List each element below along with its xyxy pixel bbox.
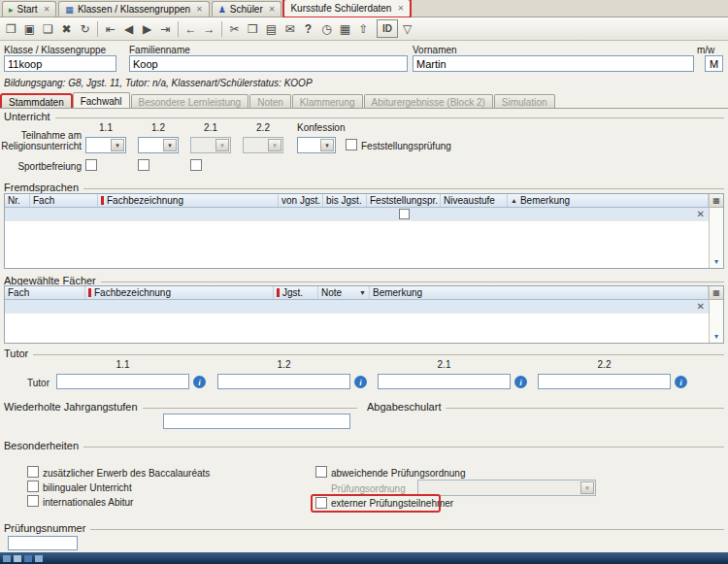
tutor-2-2-input[interactable]: [538, 374, 671, 389]
tutor-1-1-input[interactable]: [56, 374, 189, 389]
info-icon[interactable]: i: [675, 376, 687, 388]
info-icon[interactable]: i: [193, 376, 206, 388]
info-icon[interactable]: i: [514, 376, 527, 388]
sportbefreiung-1-2-checkbox[interactable]: [138, 159, 149, 171]
id-button[interactable]: ID: [377, 19, 398, 38]
vornamen-label: Vornamen: [413, 45, 457, 55]
previous-record-icon[interactable]: ◀: [119, 19, 138, 38]
wiederholte-jahrgangstufen-input[interactable]: [163, 414, 350, 429]
next-record-icon[interactable]: ▶: [138, 19, 156, 38]
sportbefreiung-1-1-checkbox[interactable]: [85, 159, 97, 171]
externer-pruefungsteilnehmer-label: externer Prüfungsteilnehmer: [331, 498, 453, 509]
help-icon[interactable]: ?: [299, 19, 317, 38]
externer-pruefungsteilnehmer-checkbox[interactable]: [315, 497, 327, 509]
tab-abiturergebnisse[interactable]: Abiturergebnisse (Block 2): [364, 94, 493, 109]
religion-1-1-select[interactable]: ▾: [85, 137, 126, 153]
fremdsprachen-row[interactable]: ✕: [5, 208, 709, 221]
fs-col-fachbezeichnung-label: Fachbezeichnung: [107, 195, 183, 206]
grid-menu-icon[interactable]: ▦: [710, 286, 723, 300]
forward-icon[interactable]: →: [200, 19, 218, 38]
feststellungspruefung-checkbox[interactable]: [346, 139, 357, 150]
scroll-down-icon[interactable]: ▾: [711, 255, 722, 267]
klasse-input[interactable]: [4, 55, 116, 72]
tab-start-close-icon[interactable]: ✕: [44, 5, 50, 14]
scroll-down-icon[interactable]: ▾: [711, 330, 722, 342]
vornamen-input[interactable]: [413, 55, 694, 72]
fs-col-fachbezeichnung[interactable]: Fachbezeichnung: [98, 194, 279, 207]
print-icon[interactable]: ▤: [262, 19, 281, 38]
save-icon[interactable]: ▣: [20, 19, 39, 38]
fs-col-fach[interactable]: Fach: [30, 194, 98, 207]
chevron-down-icon: ▾: [215, 139, 229, 151]
info-icon[interactable]: i: [354, 376, 367, 388]
tutor-1-2-input[interactable]: [217, 374, 350, 389]
mw-input[interactable]: [705, 55, 723, 72]
tab-klassen-close-icon[interactable]: ✕: [196, 5, 203, 14]
tab-simulation[interactable]: Simulation: [494, 94, 555, 109]
tab-start[interactable]: ▸ Start ✕: [2, 1, 56, 17]
af-col-bemerkung[interactable]: Bemerkung: [370, 286, 709, 299]
tab-kursstufe-schuelerdaten[interactable]: Kursstufe Schülerdaten ✕: [283, 0, 411, 17]
fs-feststellungspr-checkbox[interactable]: [399, 209, 410, 219]
fremdsprachen-grid-main: Nr. Fach Fachbezeichnung von Jgst. bis J…: [5, 194, 709, 268]
af-col-jgst[interactable]: Jgst.: [274, 286, 318, 299]
filter-icon[interactable]: ▽: [398, 19, 416, 38]
abgewaehlte-grid-scrollbar[interactable]: ▦ ▾: [709, 286, 723, 343]
tab-stammdaten[interactable]: Stammdaten: [1, 94, 72, 109]
row-delete-icon[interactable]: ✕: [697, 301, 705, 312]
religion-1-2-select[interactable]: ▾: [138, 137, 179, 153]
fremdsprachen-grid-scrollbar[interactable]: ▦ ▾: [709, 194, 723, 268]
af-col-fachbezeichnung[interactable]: Fachbezeichnung: [85, 286, 274, 299]
fs-col-bis-jgst[interactable]: bis Jgst.: [323, 194, 367, 207]
calendar-icon[interactable]: ▦: [336, 19, 354, 38]
sportbefreiung-2-1-checkbox[interactable]: [190, 159, 202, 171]
af-col-fach[interactable]: Fach: [5, 286, 85, 299]
wiederholte-title-line: [143, 408, 357, 409]
familienname-input[interactable]: [129, 55, 408, 72]
tab-fachwahl[interactable]: Fachwahl: [73, 92, 130, 109]
internationales-abitur-checkbox[interactable]: [27, 495, 39, 507]
tab-schueler-close-icon[interactable]: ✕: [269, 5, 276, 14]
abweichende-pruefungsordnung-checkbox[interactable]: [315, 466, 327, 478]
new-icon[interactable]: ❐: [2, 19, 20, 38]
tab-kursstufe-close-icon[interactable]: ✕: [397, 4, 404, 13]
refresh-icon[interactable]: ↻: [76, 19, 94, 38]
af-cell-fach: [5, 300, 85, 313]
copy-icon[interactable]: ❏: [39, 19, 57, 38]
tab-klammerung[interactable]: Klammerung: [292, 94, 363, 109]
row-delete-icon[interactable]: ✕: [697, 209, 705, 219]
last-record-icon[interactable]: ⇥: [156, 19, 175, 38]
paste-icon[interactable]: ❒: [244, 19, 262, 38]
mail-icon[interactable]: ✉: [281, 19, 299, 38]
fs-col-von-jgst[interactable]: von Jgst.: [279, 194, 323, 207]
fs-col-niveaustufe[interactable]: Niveaustufe: [441, 194, 508, 207]
cut-icon[interactable]: ✂: [225, 19, 244, 38]
bilingualer-unterricht-checkbox[interactable]: [27, 481, 39, 492]
baccalaureat-checkbox[interactable]: [27, 466, 39, 478]
pruefungsnummer-input[interactable]: [8, 536, 78, 550]
clock-icon[interactable]: ◷: [317, 19, 336, 38]
required-marker: [277, 288, 280, 297]
tab-noten[interactable]: Noten: [249, 94, 291, 109]
export-icon[interactable]: ⇧: [354, 19, 373, 38]
first-record-icon[interactable]: ⇤: [101, 19, 119, 38]
back-icon[interactable]: ←: [182, 19, 200, 38]
fs-col-nr[interactable]: Nr.: [5, 194, 30, 207]
tab-schueler[interactable]: ♟ Schüler ✕: [212, 1, 282, 17]
fs-cell-feststellungspr: [367, 208, 441, 220]
konfession-select[interactable]: ▾: [297, 137, 336, 153]
religion-2-1-select: ▾: [190, 137, 231, 153]
fs-col-feststellungspr[interactable]: Feststellungspr.: [367, 194, 441, 207]
af-cell-fachbezeichnung: [85, 300, 274, 313]
tutor-2-1-input[interactable]: [378, 374, 511, 389]
abgewaehlte-row[interactable]: ✕: [5, 300, 709, 314]
delete-icon[interactable]: ✖: [57, 19, 76, 38]
fs-col-bemerkung[interactable]: ▲Bemerkung: [508, 194, 709, 207]
unterricht-col-2-1: 2.1: [190, 122, 231, 133]
fs-col-fach-label: Fach: [33, 195, 54, 206]
chevron-down-icon: ▾: [580, 481, 594, 494]
af-col-note[interactable]: Note▼: [318, 286, 370, 299]
grid-menu-icon[interactable]: ▦: [710, 194, 723, 208]
tab-klassen[interactable]: ▦ Klassen / Klassengruppen ✕: [58, 1, 209, 17]
tab-besondere-lernleistung[interactable]: Besondere Lernleistung: [131, 94, 249, 109]
